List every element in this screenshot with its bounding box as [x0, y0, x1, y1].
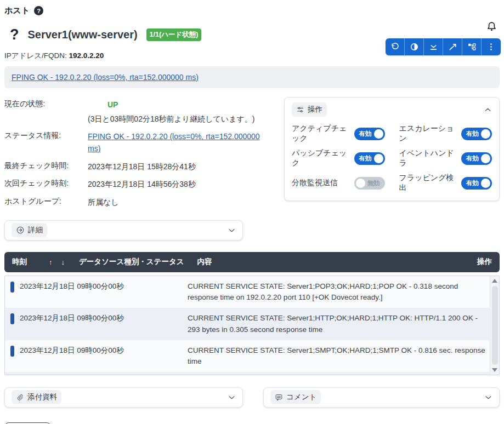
active-check-toggle[interactable]: 有効	[354, 128, 385, 140]
trend-arrow-icon	[448, 42, 457, 51]
page-title-row: ホスト ?	[4, 4, 500, 17]
status-info-list: 現在の状態: UP (3日と03時間02分18秒前より継続しています。) ステー…	[4, 97, 267, 213]
host-action-toolbar	[386, 38, 501, 55]
toggle-label: イベントハンドラ	[399, 148, 462, 168]
detail-panel-title: 詳細	[28, 225, 43, 235]
log-row: 2023年12月18日 09時00分00秒 CURRENT SERVICE ST…	[5, 340, 490, 373]
state-marker-icon	[10, 282, 14, 293]
toggle-knob	[481, 129, 490, 139]
help-icon[interactable]: ?	[34, 6, 43, 15]
toggle-knob	[356, 179, 365, 188]
flapping-detection-toggle[interactable]: 有効	[461, 177, 492, 190]
topology-icon	[467, 42, 477, 51]
last-check-row: 最終チェック時間: 2023年12月18日 15時28分41秒	[4, 159, 267, 175]
toggle-row-distributed-send: 分散監視送信 無効	[292, 173, 385, 193]
hostgroup-value: 所属なし	[88, 194, 267, 211]
ip-value: 192.0.2.20	[69, 51, 104, 60]
state-marker-icon	[10, 313, 14, 324]
log-row: 2023年12月18日 09時00分00秒 CURRENT HOST STATE…	[5, 372, 490, 375]
ip-label: IPアドレス/FQDN:	[4, 51, 67, 60]
operations-toggle-grid: アクティブチェック 有効 エスカレーション 有効 パッシブチェック	[292, 124, 492, 193]
log-table-header: 時刻 ↑ ↓ データソース種別・ステータス 内容 操作	[4, 252, 500, 272]
status-section: 現在の状態: UP (3日と03時間02分18秒前より継続しています。) ステー…	[4, 97, 500, 213]
distributed-send-toggle[interactable]: 無効	[354, 177, 385, 190]
bottom-panels: 添付資料 コメント	[4, 387, 500, 408]
chevron-down-icon	[228, 226, 236, 234]
half-circle-icon	[410, 42, 419, 51]
comment-icon	[275, 393, 283, 402]
escalation-toggle[interactable]: 有効	[461, 128, 492, 140]
plugin-output-link[interactable]: FPING OK - 192.0.2.20 (loss=0%, rta=152.…	[12, 73, 199, 82]
log-content: CURRENT SERVICE STATE: Server1;SMPT;OK;H…	[188, 345, 488, 368]
operations-panel: 操作 アクティブチェック 有効 エスカレーション 有効	[284, 97, 500, 201]
last-check-label: 最終チェック時間:	[4, 159, 88, 175]
toggle-label: 分散監視送信	[292, 178, 338, 188]
toggle-knob	[481, 154, 490, 163]
chevron-up-icon	[484, 106, 492, 114]
toggle-row-active-check: アクティブチェック 有効	[292, 124, 385, 144]
toggle-label: エスカレーション	[399, 124, 462, 144]
next-check-label: 次回チェック時刻:	[4, 176, 88, 193]
current-state-value: UP	[107, 99, 118, 111]
status-info-row: ステータス情報: FPING OK - 192.0.2.20 (loss=0%,…	[4, 129, 267, 157]
log-row: 2023年12月18日 09時00分00秒 CURRENT SERVICE ST…	[5, 308, 490, 340]
host-state-icon: ?	[10, 27, 19, 42]
scroll-down-arrow[interactable]	[492, 368, 497, 372]
chevron-down-icon	[484, 393, 492, 402]
attachments-collapsible[interactable]: 添付資料	[4, 387, 243, 408]
sort-asc-button[interactable]: ↑	[49, 258, 53, 266]
comments-title: コメント	[286, 392, 316, 402]
toggle-row-flapping-detection: フラッピング検出 有効	[399, 173, 492, 193]
next-check-value: 2023年12月18日 14時56分38秒	[88, 176, 267, 193]
next-check-row: 次回チェック時刻: 2023年12月18日 14時56分38秒	[4, 176, 267, 193]
paperclip-icon	[16, 393, 24, 402]
col-content: 内容	[197, 257, 212, 267]
log-time: 2023年12月18日 09時00分00秒	[20, 313, 182, 335]
plugin-output-box: FPING OK - 192.0.2.20 (loss=0%, rta=152.…	[4, 66, 500, 88]
topology-map-button[interactable]	[462, 38, 482, 55]
log-scrollbar[interactable]	[490, 276, 499, 375]
event-handler-toggle[interactable]: 有効	[461, 152, 492, 165]
toggle-label: フラッピング検出	[399, 173, 462, 193]
scrollbar-thumb[interactable]	[492, 286, 498, 365]
current-state-row: 現在の状態: UP (3日と03時間02分18秒前より継続しています。)	[4, 97, 267, 127]
col-type: データソース種別・ステータス	[79, 257, 184, 267]
toggle-row-event-handler: イベントハンドラ 有効	[399, 148, 492, 168]
arrow-circle-icon	[16, 226, 25, 234]
trend-button[interactable]	[443, 38, 462, 55]
log-table-body: 2023年12月18日 09時00分00秒 CURRENT SERVICE ST…	[4, 276, 500, 375]
operations-panel-header[interactable]: 操作	[292, 102, 492, 117]
acknowledge-button[interactable]	[424, 38, 443, 55]
downtime-button[interactable]	[405, 38, 424, 55]
sliders-icon	[296, 106, 304, 114]
scroll-up-arrow[interactable]	[492, 279, 497, 283]
current-state-label: 現在の状態:	[4, 97, 88, 127]
more-menu-button[interactable]	[482, 38, 501, 55]
host-name: Server1(www-server)	[28, 28, 138, 41]
log-time: 2023年12月18日 09時00分00秒	[20, 345, 182, 368]
col-actions: 操作	[477, 257, 492, 267]
operations-title: 操作	[308, 105, 322, 114]
sort-desc-button[interactable]: ↓	[61, 258, 65, 266]
toggle-row-escalation: エスカレーション 有効	[399, 124, 492, 144]
col-time: 時刻	[12, 257, 27, 267]
toggle-knob	[481, 179, 490, 188]
notification-bell-icon[interactable]	[486, 21, 497, 32]
status-info-link[interactable]: FPING OK - 192.0.2.20 (loss=0%, rta=152.…	[88, 132, 260, 153]
hard-state-badge: 1/1(ハード状態)	[146, 28, 202, 41]
detail-collapsible[interactable]: 詳細	[4, 220, 243, 240]
kebab-menu-icon	[486, 42, 496, 51]
host-detail-page: ホスト ?	[0, 0, 504, 424]
passive-check-toggle[interactable]: 有効	[354, 152, 385, 165]
status-info-label: ステータス情報:	[4, 129, 88, 157]
toggle-knob	[374, 154, 383, 163]
toggle-label: パッシブチェック	[292, 148, 354, 168]
toggle-label: アクティブチェック	[292, 124, 354, 144]
state-marker-icon	[10, 346, 14, 357]
recheck-button[interactable]	[386, 38, 405, 55]
log-row: 2023年12月18日 09時00分00秒 CURRENT SERVICE ST…	[5, 276, 490, 308]
log-content: CURRENT SERVICE STATE: Server1;POP3;OK;H…	[188, 281, 488, 303]
comments-collapsible[interactable]: コメント	[263, 387, 500, 408]
toggle-row-passive-check: パッシブチェック 有効	[292, 148, 385, 168]
page-title: ホスト	[4, 5, 30, 16]
